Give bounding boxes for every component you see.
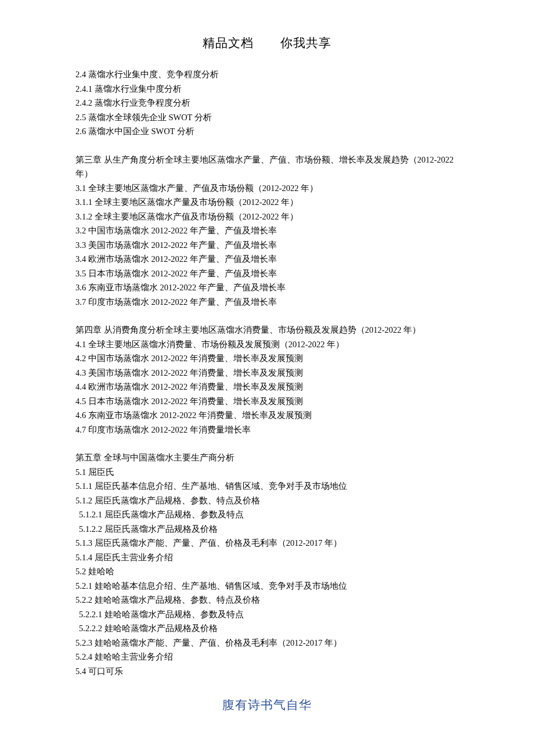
header-part-2: 你我共享 (280, 36, 331, 50)
toc-line: 4.2 中国市场蒸馏水 2012-2022 年消费量、增长率及发展预测 (75, 351, 459, 366)
toc-line: 5.1.2.2 屈臣氏蒸馏水产品规格及价格 (75, 522, 459, 537)
toc-line: 2.6 蒸馏水中国企业 SWOT 分析 (75, 124, 459, 139)
toc-line: 5.2.2 娃哈哈蒸馏水产品规格、参数、特点及价格 (75, 593, 459, 607)
toc-line: 5.1.3 屈臣氏蒸馏水产能、产量、产值、价格及毛利率（2012-2017 年） (75, 536, 459, 550)
toc-line: 3.3 美国市场蒸馏水 2012-2022 年产量、产值及增长率 (75, 238, 459, 253)
toc-line: 5.1.2 屈臣氏蒸馏水产品规格、参数、特点及价格 (75, 494, 459, 508)
toc-line: 3.1.2 全球主要地区蒸馏水产值及市场份额（2012-2022 年） (75, 210, 459, 224)
toc-line: 3.1 全球主要地区蒸馏水产量、产值及市场份额（2012-2022 年） (75, 181, 459, 196)
page-footer: 腹有诗书气自华 (75, 697, 459, 713)
toc-line: 4.4 欧洲市场蒸馏水 2012-2022 年消费量、增长率及发展预测 (75, 380, 459, 394)
toc-line: 5.1.2.1 屈臣氏蒸馏水产品规格、参数及特点 (75, 507, 459, 522)
toc-line: 第三章 从生产角度分析全球主要地区蒸馏水产量、产值、市场份额、增长率及发展趋势（… (75, 153, 459, 181)
toc-line: 4.3 美国市场蒸馏水 2012-2022 年消费量、增长率及发展预测 (75, 366, 459, 380)
toc-line: 第五章 全球与中国蒸馏水主要生产商分析 (75, 451, 459, 465)
toc-line: 3.1.1 全球主要地区蒸馏水产量及市场份额（2012-2022 年） (75, 195, 459, 210)
toc-line: 5.2 娃哈哈 (75, 564, 459, 579)
toc-line: 3.7 印度市场蒸馏水 2012-2022 年产量、产值及增长率 (75, 295, 459, 309)
toc-line: 5.1 屈臣氏 (75, 465, 459, 480)
toc-line: 5.2.1 娃哈哈基本信息介绍、生产基地、销售区域、竞争对手及市场地位 (75, 579, 459, 593)
table-of-contents: 2.4 蒸馏水行业集中度、竞争程度分析2.4.1 蒸馏水行业集中度分析2.4.2… (75, 67, 459, 678)
toc-line: 5.1.4 屈臣氏主营业务介绍 (75, 550, 459, 565)
blank-line (75, 139, 459, 153)
document-page: 精品文档 你我共享 2.4 蒸馏水行业集中度、竞争程度分析2.4.1 蒸馏水行业… (0, 0, 534, 736)
page-header: 精品文档 你我共享 (75, 35, 459, 51)
toc-line: 第四章 从消费角度分析全球主要地区蒸馏水消费量、市场份额及发展趋势（2012-2… (75, 323, 459, 337)
toc-line: 5.2.2.2 娃哈哈蒸馏水产品规格及价格 (75, 621, 459, 636)
toc-line: 3.6 东南亚市场蒸馏水 2012-2022 年产量、产值及增长率 (75, 280, 459, 295)
header-part-1: 精品文档 (203, 36, 254, 50)
toc-line: 5.2.2.1 娃哈哈蒸馏水产品规格、参数及特点 (75, 607, 459, 622)
blank-line (75, 437, 459, 451)
toc-line: 3.2 中国市场蒸馏水 2012-2022 年产量、产值及增长率 (75, 224, 459, 238)
toc-line: 2.4 蒸馏水行业集中度、竞争程度分析 (75, 67, 459, 82)
toc-line: 5.1.1 屈臣氏基本信息介绍、生产基地、销售区域、竞争对手及市场地位 (75, 479, 459, 494)
toc-line: 2.4.1 蒸馏水行业集中度分析 (75, 82, 459, 96)
toc-line: 2.5 蒸馏水全球领先企业 SWOT 分析 (75, 110, 459, 125)
toc-line: 4.7 印度市场蒸馏水 2012-2022 年消费量增长率 (75, 423, 459, 437)
toc-line: 2.4.2 蒸馏水行业竞争程度分析 (75, 96, 459, 110)
blank-line (75, 309, 459, 323)
toc-line: 4.6 东南亚市场蒸馏水 2012-2022 年消费量、增长率及发展预测 (75, 408, 459, 423)
toc-line: 5.2.3 娃哈哈蒸馏水产能、产量、产值、价格及毛利率（2012-2017 年） (75, 636, 459, 650)
toc-line: 3.4 欧洲市场蒸馏水 2012-2022 年产量、产值及增长率 (75, 252, 459, 267)
toc-line: 4.5 日本市场蒸馏水 2012-2022 年消费量、增长率及发展预测 (75, 394, 459, 409)
toc-line: 5.2.4 娃哈哈主营业务介绍 (75, 650, 459, 664)
toc-line: 3.5 日本市场蒸馏水 2012-2022 年产量、产值及增长率 (75, 267, 459, 281)
toc-line: 4.1 全球主要地区蒸馏水消费量、市场份额及发展预测（2012-2022 年） (75, 337, 459, 352)
toc-line: 5.4 可口可乐 (75, 664, 459, 679)
